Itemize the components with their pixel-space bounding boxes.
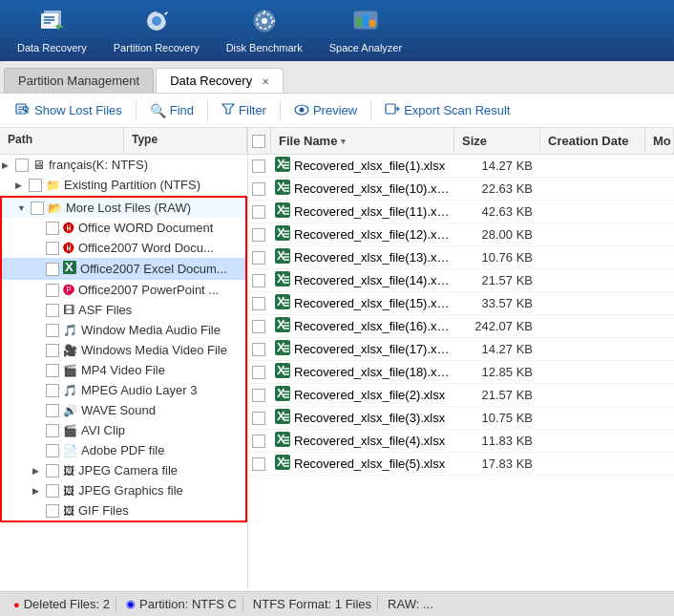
tree-item-office-word[interactable]: 🅦 Office WORD Document	[2, 218, 245, 238]
file-checkbox-6[interactable]	[252, 297, 265, 310]
file-row[interactable]: X Recovered_xlsx_file(12).xlsx 28.00 KB	[248, 223, 674, 246]
file-row[interactable]: X Recovered_xlsx_file(2).xlsx 21.57 KB	[248, 384, 674, 407]
tree-item-jpeg-cam[interactable]: ▶ 🖼 JPEG Camera file	[2, 460, 245, 480]
file-check-cell[interactable]	[248, 412, 271, 425]
file-col-name[interactable]: File Name ▾	[271, 128, 454, 154]
file-checkbox-10[interactable]	[252, 389, 265, 402]
check-jpeg-gfx[interactable]	[46, 484, 59, 498]
file-row[interactable]: X Recovered_xlsx_file(11).xlsx 42.63 KB	[248, 201, 674, 223]
tree-body[interactable]: ▶ 🖥 français(K: NTFS) ▶ 📁 Existing Parti…	[0, 155, 247, 591]
tree-item-mpeg[interactable]: 🎵 MPEG Audio Layer 3	[2, 380, 245, 400]
check-asf[interactable]	[46, 304, 59, 317]
check-mp4[interactable]	[46, 364, 59, 377]
tree-item-more-lost[interactable]: ▼ 📂 More Lost Files (RAW)	[2, 198, 245, 218]
tree-item-jpeg-gfx[interactable]: ▶ 🖼 JPEG Graphics file	[2, 480, 245, 500]
tree-item-existing[interactable]: ▶ 📁 Existing Partition (NTFS)	[0, 175, 247, 195]
tree-item-gif[interactable]: 🖼 GIF Files	[2, 500, 245, 520]
nav-partition-recovery[interactable]: Partition Recovery	[100, 2, 213, 59]
check-gif[interactable]	[46, 504, 59, 518]
file-row[interactable]: X Recovered_xlsx_file(1).xlsx 14.27 KB	[248, 155, 674, 178]
tab-data-recovery[interactable]: Data Recovery ✕	[156, 68, 283, 93]
file-checkbox-3[interactable]	[252, 228, 265, 242]
tree-item-wma[interactable]: 🎵 Window Media Audio File	[2, 320, 245, 340]
check-pdf[interactable]	[46, 444, 59, 457]
file-checkbox-11[interactable]	[252, 412, 265, 425]
tab-partition-management[interactable]: Partition Management	[4, 68, 154, 93]
file-check-cell[interactable]	[248, 389, 271, 402]
check-wmv[interactable]	[46, 344, 59, 357]
file-checkbox-5[interactable]	[252, 274, 265, 287]
file-row[interactable]: X Recovered_xlsx_file(18).xlsx 12.85 KB	[248, 361, 674, 384]
check-wma[interactable]	[46, 324, 59, 337]
file-check-cell[interactable]	[248, 228, 271, 242]
check-root[interactable]	[15, 159, 29, 172]
file-check-cell[interactable]	[248, 182, 271, 196]
show-lost-files-button[interactable]: Show Lost Files	[8, 98, 130, 122]
tree-item-mp4[interactable]: 🎬 MP4 Video File	[2, 360, 245, 380]
expand-icon-existing[interactable]: ▶	[15, 181, 29, 190]
check-office2007-excel[interactable]	[46, 263, 59, 276]
file-row[interactable]: X Recovered_xlsx_file(15).xlsx 33.57 KB	[248, 292, 674, 315]
check-office2007-word[interactable]	[46, 242, 59, 255]
file-checkbox-13[interactable]	[252, 457, 265, 471]
file-row[interactable]: X Recovered_xlsx_file(5).xlsx 17.83 KB	[248, 453, 674, 476]
file-check-cell[interactable]	[248, 366, 271, 379]
file-row[interactable]: X Recovered_xlsx_file(4).xlsx 11.83 KB	[248, 430, 674, 453]
tab-close-icon[interactable]: ✕	[262, 76, 269, 87]
check-jpeg-cam[interactable]	[46, 464, 59, 478]
file-checkbox-8[interactable]	[252, 343, 265, 356]
file-check-cell[interactable]	[248, 274, 271, 287]
file-checkbox-4[interactable]	[252, 251, 265, 265]
check-mpeg[interactable]	[46, 384, 59, 397]
file-check-cell[interactable]	[248, 251, 271, 265]
tree-item-pdf[interactable]: 📄 Adobe PDF file	[2, 440, 245, 460]
file-row[interactable]: X Recovered_xlsx_file(14).xlsx 21.57 KB	[248, 269, 674, 292]
tree-item-asf[interactable]: 🎞 ASF Files	[2, 300, 245, 320]
nav-disk-benchmark[interactable]: Disk Benchmark	[213, 2, 316, 59]
tree-item-office2007-word[interactable]: 🅦 Office2007 Word Docu...	[2, 238, 245, 258]
tree-item-wave[interactable]: 🔊 WAVE Sound	[2, 400, 245, 420]
file-row[interactable]: X Recovered_xlsx_file(3).xlsx 10.75 KB	[248, 407, 674, 430]
expand-icon-jpeg-gfx[interactable]: ▶	[32, 486, 46, 496]
header-checkbox[interactable]	[252, 135, 265, 148]
check-avi[interactable]	[46, 424, 59, 437]
file-checkbox-1[interactable]	[252, 182, 265, 196]
file-check-cell[interactable]	[248, 435, 271, 448]
file-row[interactable]: X Recovered_xlsx_file(10).xlsx 22.63 KB	[248, 178, 674, 201]
tree-item-avi[interactable]: 🎬 AVI Clip	[2, 420, 245, 440]
filter-button[interactable]: Filter	[214, 98, 274, 122]
file-check-cell[interactable]	[248, 320, 271, 333]
nav-space-analyzer[interactable]: Space Analyzer	[316, 2, 415, 59]
file-checkbox-0[interactable]	[252, 159, 265, 173]
check-existing[interactable]	[29, 179, 42, 192]
preview-button[interactable]: Preview	[286, 99, 365, 122]
file-col-more[interactable]: Mo	[645, 128, 674, 154]
file-check-cell[interactable]	[248, 457, 271, 471]
file-checkbox-9[interactable]	[252, 366, 265, 379]
file-check-cell[interactable]	[248, 297, 271, 310]
file-row[interactable]: X Recovered_xlsx_file(16).xlsx 242.07 KB	[248, 315, 674, 338]
expand-icon-root[interactable]: ▶	[2, 160, 15, 170]
file-row[interactable]: X Recovered_xlsx_file(13).xlsx 10.76 KB	[248, 246, 674, 269]
file-check-cell[interactable]	[248, 159, 271, 173]
file-col-size[interactable]: Size	[454, 128, 540, 154]
nav-data-recovery[interactable]: Data Recovery	[4, 2, 100, 59]
check-office-word[interactable]	[46, 222, 59, 235]
tree-item-office2007-excel[interactable]: X Office2007 Excel Docum...	[2, 258, 245, 280]
file-row[interactable]: X Recovered_xlsx_file(17).xlsx 14.27 KB	[248, 338, 674, 361]
file-checkbox-12[interactable]	[252, 435, 265, 448]
file-check-cell[interactable]	[248, 343, 271, 356]
file-col-date[interactable]: Creation Date	[540, 128, 645, 154]
file-checkbox-7[interactable]	[252, 320, 265, 333]
check-office2007-ppt[interactable]	[46, 284, 59, 297]
expand-icon-jpeg-cam[interactable]: ▶	[32, 466, 46, 476]
find-button[interactable]: 🔍 Find	[142, 99, 201, 122]
tree-item-root[interactable]: ▶ 🖥 français(K: NTFS)	[0, 155, 247, 175]
check-wave[interactable]	[46, 404, 59, 417]
tree-item-wmv[interactable]: 🎥 Windows Media Video File	[2, 340, 245, 360]
expand-icon-more-lost[interactable]: ▼	[17, 203, 31, 213]
tree-item-office2007-ppt[interactable]: 🅟 Office2007 PowerPoint ...	[2, 280, 245, 300]
check-more-lost[interactable]	[31, 202, 44, 215]
file-check-cell[interactable]	[248, 205, 271, 219]
export-scan-button[interactable]: Export Scan Result	[377, 98, 517, 122]
